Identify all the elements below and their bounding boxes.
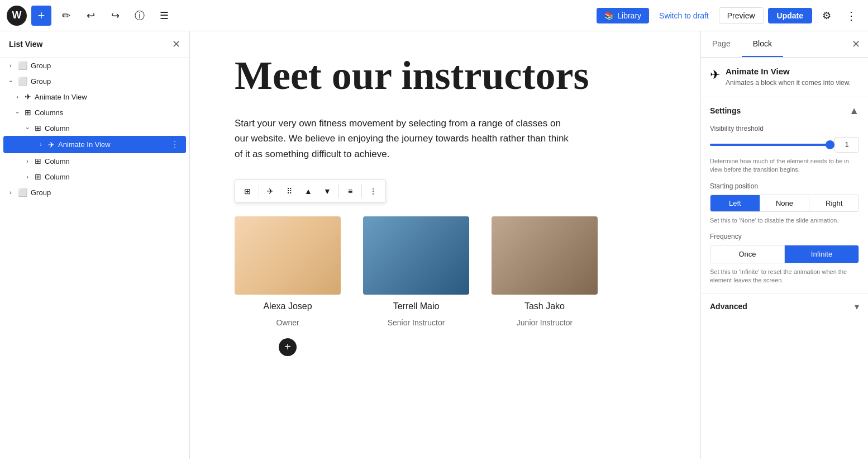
- columns-toggle-icon: ⊞: [244, 187, 251, 196]
- toolbar-divider: [259, 184, 259, 198]
- slider-thumb[interactable]: [826, 140, 834, 149]
- list-item-column-2[interactable]: › ⊞ Column: [0, 153, 189, 169]
- panel-close-button[interactable]: ✕: [844, 38, 868, 50]
- settings-icon-button[interactable]: ⚙: [817, 6, 837, 26]
- visibility-slider-row: 1: [710, 137, 859, 153]
- chevron-right-icon: ›: [23, 174, 31, 180]
- library-button[interactable]: 📚 Library: [597, 8, 649, 23]
- chevron-down-icon: ›: [25, 124, 31, 132]
- align-icon: ≡: [348, 187, 352, 196]
- animate-block-button[interactable]: ✈: [261, 182, 279, 200]
- list-item-label: Animate In View: [58, 140, 111, 149]
- drag-icon: ⠿: [287, 187, 292, 196]
- list-item-label: Column: [45, 173, 70, 181]
- topbar-right-actions: Switch to draft Preview Update ⚙ ⋮: [654, 6, 861, 26]
- panel-header: Page Block ✕: [701, 31, 868, 58]
- chevron-right-icon: ›: [23, 158, 31, 164]
- settings-section-title: Settings: [710, 106, 741, 115]
- library-icon: 📚: [604, 11, 614, 20]
- position-left-button[interactable]: Left: [710, 195, 760, 211]
- more-options-toolbar-button[interactable]: ⋮: [364, 182, 382, 200]
- instructor-role-terrell: Senior Instructor: [388, 318, 445, 327]
- position-right-button[interactable]: Right: [809, 195, 859, 211]
- settings-collapse-button[interactable]: ▲: [849, 105, 859, 117]
- block-info: ✈ Animate In View Animates a block when …: [701, 58, 868, 97]
- list-item-group-2[interactable]: › ⬜ Group: [0, 73, 189, 89]
- tab-page[interactable]: Page: [701, 31, 742, 57]
- block-info-text: Animate In View Animates a block when it…: [726, 67, 851, 88]
- undo-button[interactable]: ↩: [80, 6, 101, 26]
- block-info-title: Animate In View: [726, 67, 851, 76]
- list-item-label: Group: [31, 77, 51, 86]
- block-info-desc: Animates a block when it comes into view…: [726, 78, 851, 88]
- align-button[interactable]: ≡: [341, 182, 359, 200]
- frequency-infinite-button[interactable]: Infinite: [785, 245, 859, 263]
- instructor-name-terrell: Terrell Maio: [393, 301, 440, 311]
- instructor-card-tash: Tash Jako Junior Instructor: [492, 216, 598, 356]
- slider-value-input[interactable]: 1: [834, 137, 859, 153]
- instructor-photo-alexa: [235, 216, 341, 295]
- toolbar-divider-2: [338, 184, 339, 198]
- page-title: Meet our instructors: [235, 54, 656, 98]
- visibility-threshold-label: Visibility threshold: [710, 125, 859, 133]
- instructor-card-terrell: Terrell Maio Senior Instructor: [363, 216, 469, 356]
- panel-tabs: Page Block: [701, 31, 783, 57]
- position-none-button[interactable]: None: [760, 195, 810, 211]
- advanced-section[interactable]: Advanced ▾: [701, 294, 868, 320]
- update-button[interactable]: Update: [768, 8, 812, 23]
- redo-button[interactable]: ↪: [105, 6, 125, 26]
- group-icon: ⬜: [18, 77, 27, 86]
- gear-icon: ⚙: [822, 10, 831, 22]
- slider-fill: [710, 144, 830, 146]
- list-item-animate-1[interactable]: › ✈ Animate In View: [0, 89, 189, 105]
- add-instructor-button[interactable]: +: [279, 338, 297, 356]
- vertical-dots-icon: ⋮: [846, 9, 857, 22]
- toggle-columns-button[interactable]: ⊞: [239, 182, 256, 200]
- chevron-right-icon: ›: [7, 63, 15, 69]
- add-block-button[interactable]: +: [31, 6, 51, 26]
- collapse-icon: ▲: [849, 105, 859, 116]
- plus-icon: +: [38, 8, 45, 23]
- close-icon: ✕: [172, 39, 180, 50]
- instructor-photo-tash: [492, 216, 598, 295]
- list-item-columns-1[interactable]: › ⊞ Columns: [0, 105, 189, 120]
- column-icon: ⊞: [35, 124, 41, 133]
- vertical-dots-icon: ⋮: [369, 187, 377, 196]
- menu-button[interactable]: ☰: [154, 6, 174, 26]
- chevron-right-icon: ›: [13, 94, 21, 100]
- list-item-group-1[interactable]: › ⬜ Group: [0, 58, 189, 73]
- frequency-group: Once Infinite: [710, 245, 859, 263]
- info-icon: ⓘ: [135, 9, 145, 22]
- switch-to-draft-button[interactable]: Switch to draft: [654, 8, 714, 23]
- chevron-right-icon: ›: [7, 190, 15, 196]
- move-down-button[interactable]: ▼: [318, 182, 336, 200]
- undo-icon: ↩: [87, 10, 95, 22]
- tab-block[interactable]: Block: [742, 31, 783, 57]
- page-description: Start your very own fitness movement by …: [235, 116, 570, 162]
- preview-button[interactable]: Preview: [719, 7, 764, 24]
- drag-handle-button[interactable]: ⠿: [280, 182, 298, 200]
- instructor-card-alexa: Alexa Josep Owner +: [235, 216, 341, 356]
- edit-mode-button[interactable]: ✏: [56, 6, 76, 26]
- instructor-photo-terrell: [363, 216, 469, 295]
- list-item-column-1[interactable]: › ⊞ Column: [0, 120, 189, 136]
- info-button[interactable]: ⓘ: [130, 6, 150, 26]
- frequency-once-button[interactable]: Once: [710, 245, 785, 263]
- chevron-down-icon: ›: [15, 108, 21, 116]
- animate-in-view-icon: ✈: [267, 187, 274, 196]
- column-icon: ⊞: [35, 157, 41, 165]
- more-options-button[interactable]: ⋮: [841, 6, 861, 26]
- move-up-button[interactable]: ▲: [299, 182, 317, 200]
- pencil-icon: ✏: [62, 10, 70, 22]
- list-item-label: Columns: [35, 108, 63, 117]
- sidebar-header: List View ✕: [0, 31, 189, 58]
- settings-section: Settings ▲ Visibility threshold 1 Determ…: [701, 97, 868, 294]
- instructor-name-alexa: Alexa Josep: [263, 301, 312, 311]
- list-item-animate-2-selected[interactable]: › ✈ Animate In View ⋮: [3, 136, 186, 153]
- list-item-column-3[interactable]: › ⊞ Column: [0, 169, 189, 184]
- chevron-down-icon: ▾: [855, 301, 859, 312]
- sidebar-close-button[interactable]: ✕: [172, 38, 180, 50]
- instructor-role-tash: Junior Instructor: [517, 318, 573, 327]
- list-item-group-3[interactable]: › ⬜ Group: [0, 184, 189, 200]
- editor-area: Meet our instructors Start your very own…: [190, 31, 700, 459]
